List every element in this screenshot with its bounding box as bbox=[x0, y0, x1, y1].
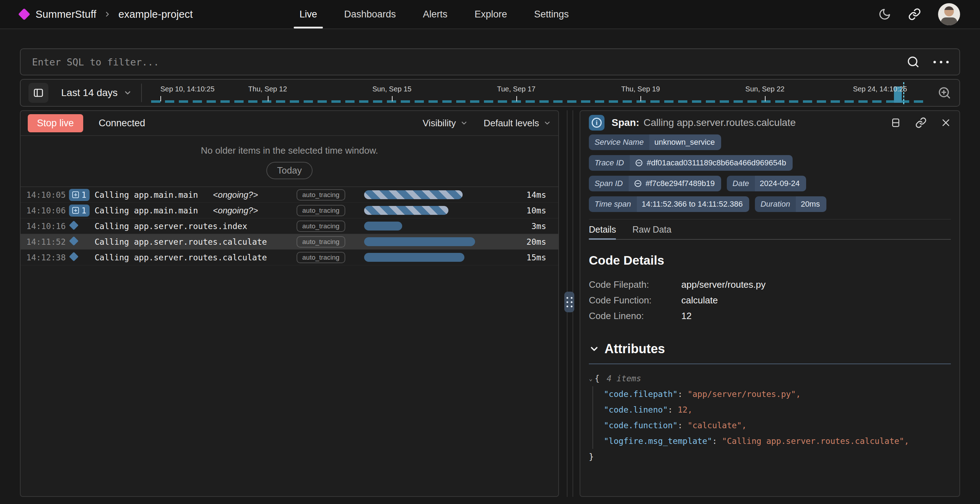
trace-count: 1 bbox=[81, 206, 86, 215]
span-diamond-icon bbox=[69, 252, 79, 262]
code-detail-label: Code Lineno: bbox=[589, 311, 681, 322]
span-message: Calling app.server.routes.calculate bbox=[95, 253, 297, 262]
filter-menu-ellipsis-icon[interactable] bbox=[934, 61, 949, 63]
tag-auto-tracing[interactable]: auto_tracing bbox=[297, 220, 345, 232]
timeline-tick bbox=[640, 96, 641, 101]
close-icon[interactable] bbox=[941, 118, 951, 128]
org-name[interactable]: SummerStuff bbox=[35, 8, 96, 20]
live-list-header: Stop live Connected Visibility Default l… bbox=[21, 111, 558, 136]
json-entries: "code.filepath": "app/server/routes.py",… bbox=[592, 386, 951, 449]
project-name[interactable]: example-project bbox=[118, 8, 193, 20]
split-panel-icon[interactable] bbox=[890, 117, 901, 128]
detail-tab-details[interactable]: Details bbox=[589, 225, 616, 239]
share-link-icon[interactable] bbox=[908, 8, 921, 21]
badge-label: Span ID bbox=[589, 176, 629, 191]
nav-tab-alerts[interactable]: Alerts bbox=[423, 0, 447, 29]
code-details-rows: Code Filepath:app/server/routes.pyCode F… bbox=[589, 277, 951, 324]
badge-label: Date bbox=[727, 176, 754, 191]
timeline-date-label: Thu, Sep 19 bbox=[621, 85, 660, 93]
visibility-dropdown[interactable]: Visibility bbox=[422, 118, 468, 129]
chevron-down-icon bbox=[543, 119, 551, 127]
detail-tabs: DetailsRaw Data bbox=[589, 219, 951, 240]
json-close-brace: } bbox=[589, 449, 951, 464]
brand-logo-icon[interactable] bbox=[18, 8, 30, 20]
span-detail-panel: i Span:Calling app.server.routes.calcula… bbox=[580, 110, 960, 497]
zoom-in-icon[interactable] bbox=[937, 86, 951, 100]
nav-right bbox=[878, 0, 960, 29]
plus-box-icon bbox=[72, 207, 79, 214]
tag-auto-tracing[interactable]: auto_tracing bbox=[297, 236, 345, 247]
today-button[interactable]: Today bbox=[266, 162, 312, 179]
json-key: "code.lineno" bbox=[604, 405, 668, 415]
timeline-date-label: Thu, Sep 12 bbox=[248, 85, 287, 93]
span-row[interactable]: 14:10:16Calling app.server.routes.indexa… bbox=[21, 219, 558, 234]
tag-auto-tracing[interactable]: auto_tracing bbox=[297, 189, 345, 201]
span-diamond-icon bbox=[69, 236, 79, 246]
span-row[interactable]: 14:12:38Calling app.server.routes.calcul… bbox=[21, 250, 558, 265]
tag-auto-tracing[interactable]: auto_tracing bbox=[297, 252, 345, 263]
span-row[interactable]: 14:11:52Calling app.server.routes.calcul… bbox=[21, 234, 558, 250]
badge-row: Time span14:11:52.366 to 14:11:52.386Dur… bbox=[589, 196, 951, 212]
detail-tab-raw-data[interactable]: Raw Data bbox=[632, 225, 671, 239]
tag-auto-tracing[interactable]: auto_tracing bbox=[297, 205, 345, 216]
trace-count-badge[interactable]: 1 bbox=[69, 204, 90, 217]
span-timestamp: 14:10:16 bbox=[26, 222, 69, 231]
link-icon[interactable] bbox=[635, 159, 643, 167]
timeline-tick bbox=[268, 96, 269, 101]
nav-tabs: LiveDashboardsAlertsExploreSettings bbox=[299, 0, 569, 29]
dark-mode-moon-icon[interactable] bbox=[878, 8, 891, 21]
span-diamond-icon bbox=[69, 220, 79, 230]
span-list: 14:10:051Calling app.main.main<ongoing?>… bbox=[21, 187, 558, 265]
default-levels-dropdown[interactable]: Default levels bbox=[484, 118, 551, 129]
json-key: "code.filepath" bbox=[604, 389, 678, 399]
live-list-panel: Stop live Connected Visibility Default l… bbox=[20, 110, 559, 497]
badge-label: Service Name bbox=[589, 134, 649, 150]
stop-live-button[interactable]: Stop live bbox=[28, 114, 83, 132]
badge-value: 2024-09-24 bbox=[755, 176, 807, 191]
trace-count-badge[interactable]: 1 bbox=[69, 189, 90, 201]
badge-value-text: 14:11:52.366 to 14:11:52.386 bbox=[642, 199, 743, 209]
timeline-date-label: Sep 24, 14:10:25 bbox=[853, 85, 907, 93]
sql-filter-input[interactable] bbox=[31, 56, 907, 68]
search-icon[interactable] bbox=[907, 55, 920, 69]
json-key: "code.function" bbox=[604, 421, 678, 430]
attributes-heading: Attributes bbox=[605, 341, 665, 356]
attributes-toggle[interactable]: Attributes bbox=[589, 341, 951, 356]
sidebar-toggle-icon[interactable] bbox=[29, 83, 48, 103]
duration-bar bbox=[364, 253, 465, 262]
span-message: Calling app.server.routes.calculate bbox=[95, 237, 297, 247]
span-icon-cell bbox=[69, 253, 95, 262]
span-timestamp: 14:11:52 bbox=[26, 237, 69, 247]
badge-label: Duration bbox=[755, 196, 796, 212]
span-icon-cell bbox=[69, 222, 95, 230]
panel-splitter bbox=[559, 110, 580, 497]
span-row[interactable]: 14:10:061Calling app.main.main<ongoing?>… bbox=[21, 203, 558, 219]
link-icon[interactable] bbox=[634, 179, 642, 188]
attributes-json: ⌄{ 4 items "code.filepath": "app/server/… bbox=[589, 371, 951, 464]
json-root-line[interactable]: ⌄{ 4 items bbox=[589, 371, 951, 386]
splitter-drag-handle[interactable] bbox=[564, 292, 574, 312]
span-bar-cell bbox=[364, 187, 514, 203]
timeline-date-label: Sep 10, 14:10:25 bbox=[161, 85, 215, 93]
plus-box-icon bbox=[72, 191, 79, 198]
copy-link-icon[interactable] bbox=[915, 117, 927, 128]
span-tag-cell: auto_tracing bbox=[297, 252, 364, 263]
timeline-track[interactable]: Sep 10, 14:10:25Thu, Sep 12Sun, Sep 15Tu… bbox=[151, 80, 928, 106]
span-duration: 15ms bbox=[514, 253, 553, 262]
nav-tab-live[interactable]: Live bbox=[299, 0, 317, 29]
badge-value: #f7c8e294f7489b19 bbox=[629, 176, 721, 191]
span-duration: 10ms bbox=[514, 206, 553, 215]
code-detail-row: Code Function:calculate bbox=[589, 292, 951, 308]
span-row[interactable]: 14:10:051Calling app.main.main<ongoing?>… bbox=[21, 187, 558, 203]
visibility-label: Visibility bbox=[422, 118, 455, 129]
time-range-select[interactable]: Last 14 days bbox=[61, 87, 132, 99]
code-detail-value: app/server/routes.py bbox=[681, 279, 765, 290]
nav-tab-dashboards[interactable]: Dashboards bbox=[344, 0, 396, 29]
trace-count: 1 bbox=[81, 190, 86, 199]
user-avatar[interactable] bbox=[938, 3, 960, 25]
app-root: SummerStuff example-project LiveDashboar… bbox=[0, 0, 980, 504]
nav-tab-explore[interactable]: Explore bbox=[474, 0, 507, 29]
badge-label: Trace ID bbox=[589, 155, 630, 171]
nav-tab-settings[interactable]: Settings bbox=[534, 0, 569, 29]
code-detail-label: Code Filepath: bbox=[589, 279, 681, 290]
